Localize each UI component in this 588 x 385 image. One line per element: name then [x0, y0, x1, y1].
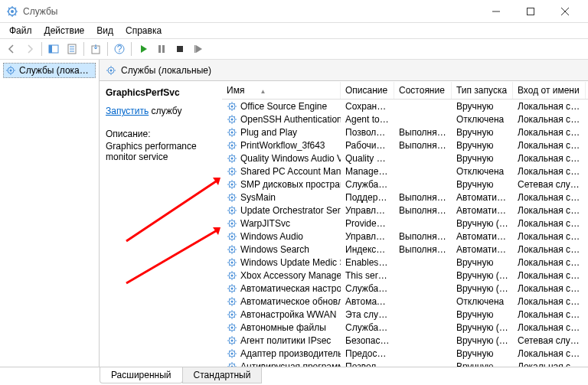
cell-name: Агент политики IPsec: [222, 334, 341, 347]
gear-icon: [227, 296, 237, 307]
cell-name: Shared PC Account Manager: [222, 165, 341, 178]
svg-point-16: [110, 69, 113, 71]
cell-desc: Служба ав...: [341, 282, 394, 295]
start-button[interactable]: [135, 41, 152, 57]
tab-extended[interactable]: Расширенный: [100, 367, 183, 383]
svg-point-50: [231, 313, 234, 315]
properties-button[interactable]: [64, 41, 80, 57]
cell-logon: Сетевая служба: [513, 334, 586, 347]
table-row[interactable]: Автоматическая настройк...Служба ав...Вр…: [222, 282, 588, 295]
minimize-button[interactable]: [479, 0, 513, 22]
tab-standard[interactable]: Стандартный: [182, 367, 263, 383]
start-link[interactable]: Запустить: [106, 106, 149, 116]
cell-state: Выполняется: [394, 230, 452, 243]
cell-name: Plug and Play: [222, 126, 341, 139]
cell-desc: Эта служб...: [341, 308, 394, 321]
export-button[interactable]: [87, 41, 104, 57]
back-button[interactable]: [3, 41, 20, 57]
cell-state: Выполняется: [394, 204, 452, 217]
cell-logon: Локальная сис...: [513, 361, 586, 367]
cell-start: Вручную: [452, 308, 513, 321]
cell-name: Update Orchestrator Service: [222, 204, 341, 217]
svg-point-58: [231, 365, 234, 367]
right-pane: Службы (локальные) GraphicsPerfSvc Запус…: [100, 60, 588, 367]
table-row[interactable]: Windows SearchИндексир...ВыполняетсяАвто…: [222, 243, 588, 256]
menu-view[interactable]: Вид: [90, 24, 119, 38]
cell-state: [394, 366, 452, 367]
table-row[interactable]: Plug and PlayПозволяет...ВыполняетсяВруч…: [222, 126, 588, 139]
table-row[interactable]: Update Orchestrator ServiceУправляет...В…: [222, 204, 588, 217]
table-row[interactable]: OpenSSH Authentication A...Agent to h...…: [222, 113, 588, 126]
col-desc[interactable]: Описание: [341, 82, 394, 99]
restart-button[interactable]: [190, 41, 207, 57]
cell-desc: Сохранен...: [341, 100, 394, 113]
cell-desc: Безопасно...: [341, 334, 394, 347]
table-row[interactable]: Windows AudioУправлен...ВыполняетсяАвтом…: [222, 230, 588, 243]
cell-desc: Provides a ...: [341, 217, 394, 230]
gear-icon: [5, 65, 16, 76]
table-row[interactable]: SMP дисковых пространст...Служба уз...Вр…: [222, 178, 588, 191]
table-row[interactable]: PrintWorkflow_3f643Рабочий п...Выполняет…: [222, 139, 588, 152]
menu-file[interactable]: Файл: [3, 24, 38, 38]
svg-point-48: [231, 300, 234, 302]
cell-start: Вручную: [452, 347, 513, 360]
table-row[interactable]: Windows Update Medic Ser...Enables re...…: [222, 256, 588, 269]
cell-name: Windows Audio: [222, 230, 341, 243]
table-row[interactable]: WarpJITSvcProvides a ...Вручную (ак...Ло…: [222, 217, 588, 230]
gear-icon: [227, 192, 237, 203]
cell-name: Адаптер производительно...: [222, 347, 341, 360]
cell-desc: Позволяет...: [341, 361, 394, 367]
col-start[interactable]: Тип запуска: [452, 82, 513, 99]
cell-logon: Локальная сис...: [513, 269, 586, 282]
titlebar: Службы: [0, 0, 588, 23]
cell-state: Выполняется: [394, 191, 452, 204]
cell-logon: Локальная сис...: [513, 321, 586, 334]
cell-start: Автоматиче...: [452, 243, 513, 256]
svg-point-42: [231, 261, 234, 263]
cell-state: [394, 171, 452, 172]
view-tabs: Расширенный Стандартный: [0, 367, 588, 385]
show-hide-button[interactable]: [45, 41, 62, 57]
table-row[interactable]: Адаптер производительно...Предостав...Вр…: [222, 347, 588, 360]
col-logon[interactable]: Вход от имени: [513, 82, 586, 99]
menu-help[interactable]: Справка: [119, 24, 168, 38]
table-row[interactable]: Автонастройка WWANЭта служб...ВручнуюЛок…: [222, 308, 588, 321]
table-row[interactable]: Автономные файлыСлужба ав...Вручную (ак.…: [222, 321, 588, 334]
close-button[interactable]: [547, 0, 582, 22]
cell-logon: Локальная сис...: [513, 308, 586, 321]
table-row[interactable]: Shared PC Account ManagerManages p...Отк…: [222, 165, 588, 178]
cell-desc: Enables re...: [341, 256, 394, 269]
gear-icon: [227, 127, 237, 138]
col-name[interactable]: Имя▲: [222, 82, 341, 99]
cell-start: Вручную (ак...: [452, 321, 513, 334]
gear-icon: [227, 270, 237, 281]
table-row[interactable]: SysMainПоддержи...ВыполняетсяАвтоматиче.…: [222, 191, 588, 204]
table-row[interactable]: Xbox Accessory Manageme...This servic...…: [222, 269, 588, 282]
help-button[interactable]: ?: [111, 41, 128, 57]
table-row[interactable]: Автоматическое обновле...Автомати...Откл…: [222, 295, 588, 308]
svg-rect-4: [49, 45, 52, 53]
cell-logon: Локальная сис...: [513, 204, 586, 217]
table-row[interactable]: Агент политики IPsecБезопасно...Вручную …: [222, 334, 588, 347]
table-row[interactable]: Office Source EngineСохранен...ВручнуюЛо…: [222, 100, 588, 113]
pause-button[interactable]: [153, 41, 170, 57]
cell-desc: Quality Wi...: [341, 152, 394, 165]
maximize-button[interactable]: [513, 0, 547, 22]
cell-state: Выполняется: [394, 126, 452, 139]
cell-state: [394, 275, 452, 276]
service-action: Запустить службу: [106, 106, 216, 116]
services-list[interactable]: Имя▲ Описание Состояние Тип запуска Вход…: [222, 81, 588, 367]
cell-state: [394, 119, 452, 120]
cell-logon: Локальная сис...: [513, 256, 586, 269]
table-row[interactable]: Quality Windows Audio Vid...Quality Wi..…: [222, 152, 588, 165]
table-row[interactable]: Антивирусная программа ...Позволяет...Вр…: [222, 360, 588, 367]
tree-item-services[interactable]: Службы (локальные): [3, 63, 96, 78]
stop-button[interactable]: [172, 41, 188, 57]
cell-state: Выполняется: [394, 243, 452, 256]
cell-desc: Служба ав...: [341, 321, 394, 334]
col-state[interactable]: Состояние: [394, 82, 452, 99]
menu-action[interactable]: Действие: [38, 24, 91, 38]
forward-button[interactable]: [21, 41, 38, 57]
cell-start: Вручную (ак...: [452, 269, 513, 282]
svg-point-14: [10, 70, 12, 72]
